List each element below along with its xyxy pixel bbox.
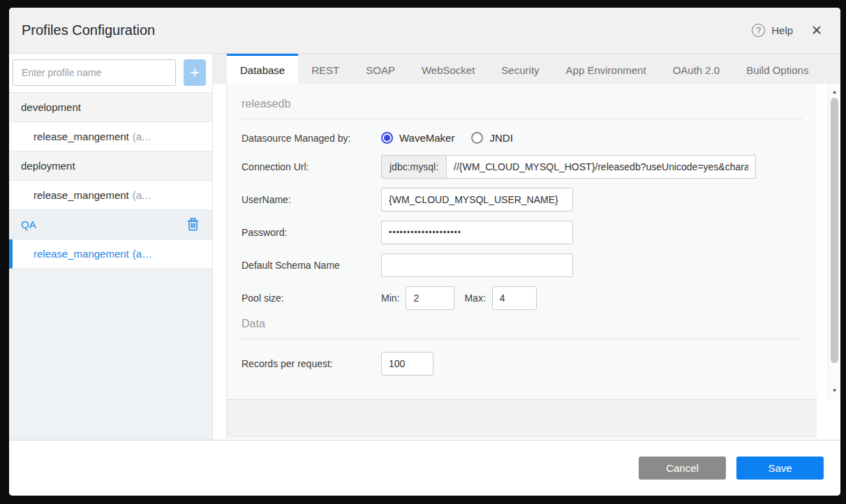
radio-unselected-icon (471, 132, 483, 144)
sidebar-item-release-mangement-3-selected[interactable]: release_mangement (a… (9, 239, 212, 269)
connection-url-input[interactable] (446, 155, 756, 179)
help-button[interactable]: ? Help (752, 24, 793, 37)
help-circle-icon: ? (752, 24, 765, 37)
panel-footer-strip (227, 399, 817, 438)
database-label-suffix: (a... (133, 189, 151, 201)
dialog-title: Profiles Configuration (22, 22, 155, 38)
save-button[interactable]: Save (736, 457, 824, 480)
delete-profile-icon[interactable] (187, 218, 199, 231)
database-label: release_mangement (34, 189, 129, 201)
password-row: Password: (242, 221, 803, 244)
pool-min-input[interactable] (406, 286, 454, 310)
pool-max-input[interactable] (492, 286, 537, 310)
tab-websocket[interactable]: WebSocket (408, 54, 488, 84)
username-label: UserName: (242, 194, 381, 205)
password-label: Password: (242, 227, 381, 238)
content-scrollbar[interactable]: ▲ ▼ (828, 84, 840, 399)
tab-content: releasedb Datasource Managed by: WaveMak… (213, 84, 840, 440)
tab-build-options[interactable]: Build Options (733, 54, 822, 84)
profiles-sidebar: + development release_mangement (a... de… (9, 54, 213, 440)
cancel-button[interactable]: Cancel (639, 457, 726, 480)
tab-oauth[interactable]: OAuth 2.0 (660, 54, 734, 84)
database-label: release_mangement (34, 131, 129, 142)
radio-label: WaveMaker (399, 132, 454, 144)
username-input[interactable] (381, 188, 573, 212)
profile-label: QA (21, 218, 36, 230)
tab-security[interactable]: Security (488, 54, 552, 84)
close-icon[interactable]: ✕ (811, 24, 822, 37)
username-row: UserName: (242, 188, 803, 212)
password-input[interactable] (381, 221, 573, 244)
profile-content: Database REST SOAP WebSocket Security Ap… (213, 54, 840, 440)
tab-soap[interactable]: SOAP (352, 54, 408, 84)
records-label: Records per request: (242, 358, 381, 369)
schema-input[interactable] (381, 253, 573, 277)
database-section-title: releasedb (242, 84, 803, 119)
radio-label: JNDI (489, 132, 512, 144)
dialog-footer: Cancel Save (9, 440, 840, 496)
profile-list: development release_mangement (a... depl… (9, 93, 212, 269)
database-label-suffix: (a… (133, 248, 152, 260)
connection-url-row: Connection Url: jdbc:mysql: (242, 155, 803, 179)
add-profile-button[interactable]: + (184, 59, 206, 86)
datasource-row: Datasource Managed by: WaveMaker JNDI (242, 132, 803, 144)
schema-label: Default Schema Name (242, 260, 381, 271)
help-label: Help (771, 24, 793, 36)
scrollbar-thumb[interactable] (831, 98, 838, 363)
tab-rest[interactable]: REST (298, 54, 352, 84)
profile-label: development (21, 101, 81, 113)
scroll-up-icon[interactable]: ▲ (829, 89, 840, 95)
data-section-title: Data (242, 310, 803, 339)
datasource-label: Datasource Managed by: (242, 133, 381, 144)
scroll-down-icon[interactable]: ▼ (829, 387, 840, 394)
database-settings-form: releasedb Datasource Managed by: WaveMak… (227, 84, 817, 399)
radio-selected-icon (381, 132, 393, 144)
profile-create-bar: + (9, 54, 212, 93)
records-row: Records per request: (242, 352, 803, 376)
tab-database[interactable]: Database (227, 54, 298, 84)
records-input[interactable] (381, 352, 433, 376)
datasource-radio-group: WaveMaker JNDI (381, 132, 513, 144)
database-settings-panel: releasedb Datasource Managed by: WaveMak… (226, 84, 817, 438)
connection-url-label: Connection Url: (242, 161, 381, 172)
dialog-body: + development release_mangement (a... de… (9, 54, 840, 440)
sidebar-item-release-mangement-1[interactable]: release_mangement (a... (9, 122, 212, 151)
header-actions: ? Help ✕ (752, 24, 822, 37)
profiles-configuration-dialog: Profiles Configuration ? Help ✕ + develo… (9, 8, 840, 496)
radio-option-wavemaker[interactable]: WaveMaker (381, 132, 454, 144)
profile-tabs: Database REST SOAP WebSocket Security Ap… (213, 54, 840, 84)
pool-max-label: Max: (464, 292, 485, 304)
profile-label: deployment (21, 160, 75, 172)
profile-name-input[interactable] (13, 59, 176, 86)
connection-url-group: jdbc:mysql: (381, 155, 756, 179)
pool-min-label: Min: (381, 292, 399, 304)
dialog-header: Profiles Configuration ? Help ✕ (9, 8, 840, 54)
radio-option-jndi[interactable]: JNDI (471, 132, 512, 144)
jdbc-prefix-addon: jdbc:mysql: (381, 155, 446, 179)
sidebar-item-deployment[interactable]: deployment (9, 151, 212, 181)
pool-size-label: Pool size: (242, 292, 381, 304)
section-divider (242, 119, 803, 119)
sidebar-item-release-mangement-2[interactable]: release_mangement (a... (9, 181, 212, 210)
pool-size-row: Pool size: Min: Max: (242, 286, 803, 310)
section-divider (242, 339, 803, 339)
sidebar-item-qa[interactable]: QA (9, 210, 212, 239)
database-label-suffix: (a... (133, 131, 151, 142)
database-label: release_mangement (34, 248, 129, 260)
schema-row: Default Schema Name (242, 253, 803, 277)
sidebar-item-development[interactable]: development (9, 93, 212, 122)
tab-app-environment[interactable]: App Environment (553, 54, 660, 84)
